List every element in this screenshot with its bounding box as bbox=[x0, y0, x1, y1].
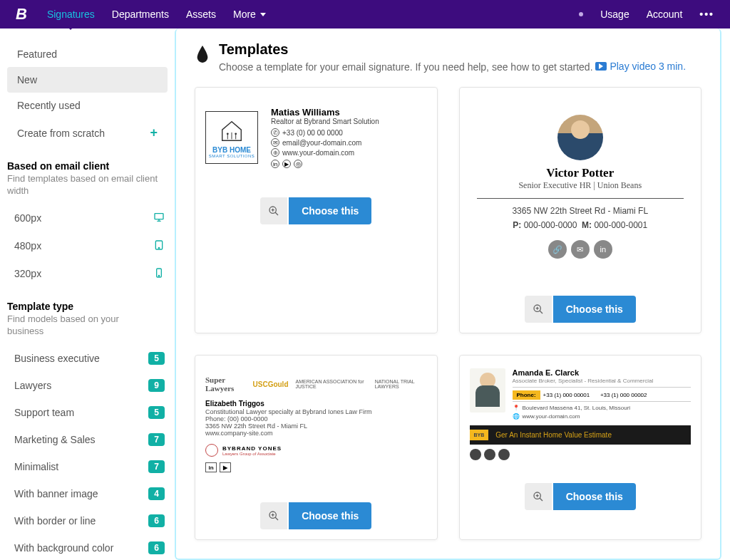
svg-point-4 bbox=[158, 275, 159, 276]
linkedin-icon: in bbox=[594, 240, 612, 259]
width-320[interactable]: 320px bbox=[7, 260, 168, 288]
choose-button[interactable]: Choose this bbox=[289, 197, 371, 224]
svg-point-2 bbox=[158, 247, 159, 248]
type-heading: Template type bbox=[7, 301, 158, 312]
video-link-text: Play video 3 min. bbox=[610, 61, 686, 72]
width-600[interactable]: 600px bbox=[7, 204, 168, 232]
content-header: Templates Choose a template for your ema… bbox=[195, 41, 701, 73]
side-scratch[interactable]: Create from scratch + bbox=[7, 118, 168, 147]
tablet-icon bbox=[153, 239, 165, 253]
chevron-down-icon bbox=[260, 13, 266, 16]
nav-more[interactable]: More bbox=[233, 9, 266, 20]
page-subtitle: Choose a template for your email signatu… bbox=[219, 61, 686, 73]
count-badge: 5 bbox=[148, 352, 165, 365]
zoom-button[interactable] bbox=[525, 296, 552, 323]
globe-icon: 🌐 bbox=[513, 413, 520, 420]
page-title: Templates bbox=[219, 41, 686, 58]
type-banner[interactable]: With banner image4 bbox=[7, 480, 168, 507]
t1-logo: BYB HOME SMART SOLUTIONS bbox=[205, 111, 258, 164]
template-grid: BYB HOME SMART SOLUTIONS Matias Williams… bbox=[195, 87, 701, 540]
count-badge: 6 bbox=[148, 541, 165, 554]
type-business[interactable]: Business executive5 bbox=[7, 345, 168, 372]
count-badge: 4 bbox=[148, 487, 165, 500]
template-preview-3: Super Lawyers USCGould AMERICAN ASSOCIAT… bbox=[195, 356, 437, 492]
status-dot-icon bbox=[579, 12, 583, 16]
type-marketing[interactable]: Marketing & Sales7 bbox=[7, 426, 168, 453]
sidebar: Featured New Recently used Create from s… bbox=[0, 28, 175, 560]
type-minimalist[interactable]: Minimalist7 bbox=[7, 453, 168, 480]
side-new[interactable]: New bbox=[7, 67, 168, 93]
template-preview-2: Victor Potter Senior Executive HR | Unio… bbox=[460, 88, 701, 286]
nav-account[interactable]: Account bbox=[647, 9, 683, 20]
count-badge: 9 bbox=[148, 379, 165, 392]
pin-icon: 📍 bbox=[513, 405, 520, 411]
top-nav-right: Usage Account ••• bbox=[579, 9, 714, 20]
template-card: Victor Potter Senior Executive HR | Unio… bbox=[459, 87, 702, 333]
svg-rect-0 bbox=[155, 213, 163, 219]
template-preview-1: BYB HOME SMART SOLUTIONS Matias Williams… bbox=[195, 88, 437, 187]
side-recent[interactable]: Recently used bbox=[7, 93, 168, 118]
choose-button[interactable]: Choose this bbox=[553, 483, 636, 510]
type-label: With background color bbox=[14, 542, 113, 554]
email-client-sub: Find templates based on email client wid… bbox=[7, 173, 158, 197]
youtube-icon bbox=[484, 449, 495, 460]
side-scratch-label: Create from scratch bbox=[17, 128, 105, 139]
type-label: With border or line bbox=[14, 515, 96, 527]
zoom-button[interactable] bbox=[260, 502, 287, 529]
video-icon bbox=[595, 62, 607, 71]
type-label: Minimalist bbox=[14, 461, 58, 472]
type-support[interactable]: Support team5 bbox=[7, 399, 168, 426]
type-label: Support team bbox=[14, 407, 74, 418]
width-label: 320px bbox=[14, 268, 41, 279]
template-card: Super Lawyers USCGould AMERICAN ASSOCIAT… bbox=[195, 355, 438, 540]
count-badge: 7 bbox=[148, 460, 165, 473]
type-label: Business executive bbox=[14, 353, 100, 364]
nav-signatures[interactable]: Signatures bbox=[47, 9, 95, 20]
content: Templates Choose a template for your ema… bbox=[175, 28, 721, 560]
zoom-button[interactable] bbox=[525, 483, 552, 510]
email-client-heading: Based on email client bbox=[7, 160, 158, 172]
nav-usage[interactable]: Usage bbox=[600, 9, 629, 20]
template-preview-4: Amanda E. Clarck Associate Broker, Speci… bbox=[460, 356, 701, 473]
svg-point-6 bbox=[235, 133, 237, 135]
phone-icon bbox=[153, 267, 165, 281]
mail-icon: ✉ bbox=[571, 240, 590, 259]
plus-icon: + bbox=[150, 125, 158, 140]
drop-icon bbox=[195, 44, 210, 64]
nav-more-label: More bbox=[233, 9, 256, 20]
width-label: 600px bbox=[14, 212, 41, 224]
linkedin-icon bbox=[470, 449, 481, 460]
nav-more-menu[interactable]: ••• bbox=[699, 9, 714, 20]
type-bg[interactable]: With background color6 bbox=[7, 534, 168, 560]
template-card: Amanda E. Clarck Associate Broker, Speci… bbox=[459, 355, 702, 540]
count-badge: 6 bbox=[148, 514, 165, 527]
avatar bbox=[557, 115, 603, 160]
desktop-icon bbox=[153, 212, 165, 225]
type-label: Marketing & Sales bbox=[14, 434, 96, 445]
zoom-button[interactable] bbox=[260, 197, 287, 224]
width-480[interactable]: 480px bbox=[7, 232, 168, 260]
type-lawyers[interactable]: Lawyers9 bbox=[7, 372, 168, 399]
count-badge: 7 bbox=[148, 433, 165, 446]
side-featured[interactable]: Featured bbox=[7, 41, 168, 67]
choose-button[interactable]: Choose this bbox=[289, 502, 371, 529]
play-video-link[interactable]: Play video 3 min. bbox=[595, 61, 686, 72]
choose-button[interactable]: Choose this bbox=[553, 296, 636, 323]
subtitle-text: Choose a template for your email signatu… bbox=[219, 61, 595, 73]
avatar bbox=[470, 368, 505, 413]
type-sub: Find models based on your business bbox=[7, 313, 158, 338]
template-card: BYB HOME SMART SOLUTIONS Matias Williams… bbox=[195, 87, 438, 333]
link-icon: 🔗 bbox=[548, 240, 567, 259]
logo[interactable]: B bbox=[16, 5, 27, 24]
svg-point-5 bbox=[227, 133, 229, 135]
type-label: With banner image bbox=[14, 488, 98, 499]
topbar: B Signatures Departments Assets More Usa… bbox=[0, 0, 730, 28]
type-label: Lawyers bbox=[14, 380, 51, 391]
count-badge: 5 bbox=[148, 406, 165, 419]
nav-assets[interactable]: Assets bbox=[186, 9, 216, 20]
nav-departments[interactable]: Departments bbox=[112, 9, 169, 20]
instagram-icon bbox=[498, 449, 510, 460]
width-label: 480px bbox=[14, 240, 41, 252]
top-nav: Signatures Departments Assets More bbox=[47, 9, 266, 20]
type-border[interactable]: With border or line6 bbox=[7, 507, 168, 534]
